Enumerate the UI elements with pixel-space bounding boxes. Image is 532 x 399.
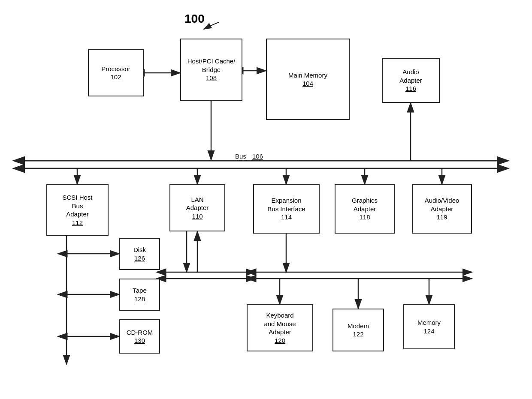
host-pci-box: Host/PCI Cache/ Bridge 108 — [180, 39, 242, 101]
keyboard-mouse-label: Keyboardand MouseAdapter — [264, 311, 296, 336]
scsi-host-num: 112 — [72, 219, 83, 227]
host-pci-num: 108 — [206, 74, 217, 82]
tape-num: 128 — [134, 295, 145, 303]
graphics-adapter-box: GraphicsAdapter 118 — [335, 184, 395, 234]
tape-label: Tape — [133, 286, 147, 295]
diagram-title: 100 — [184, 12, 205, 26]
svg-text:106: 106 — [252, 153, 263, 160]
expansion-bus-box: ExpansionBus Interface 114 — [253, 184, 320, 234]
host-pci-label: Host/PCI Cache/ Bridge — [181, 57, 242, 74]
av-adapter-num: 119 — [436, 213, 447, 222]
modem-num: 122 — [353, 330, 363, 339]
cd-rom-label: CD-ROM — [127, 328, 153, 337]
av-adapter-label: Audio/VideoAdapter — [425, 196, 459, 213]
main-memory-box: Main Memory 104 — [266, 39, 350, 120]
lan-adapter-box: LANAdapter 110 — [169, 184, 225, 231]
disk-box: Disk 126 — [119, 238, 160, 270]
graphics-adapter-num: 118 — [359, 213, 370, 222]
modem-box: Modem 122 — [332, 309, 384, 351]
memory-label: Memory — [417, 318, 441, 327]
main-memory-num: 104 — [302, 79, 313, 88]
audio-adapter-num: 116 — [405, 84, 416, 93]
main-memory-label: Main Memory — [288, 71, 327, 80]
memory-box: Memory 124 — [403, 304, 455, 349]
lan-adapter-label: LANAdapter — [186, 195, 209, 212]
scsi-host-label: SCSI HostBusAdapter — [62, 193, 92, 219]
processor-box: Processor 102 — [88, 49, 144, 96]
expansion-bus-num: 114 — [281, 213, 292, 222]
tape-box: Tape 128 — [119, 279, 160, 311]
scsi-host-box: SCSI HostBusAdapter 112 — [46, 184, 109, 236]
cd-rom-num: 130 — [134, 336, 145, 345]
lan-adapter-num: 110 — [192, 212, 203, 221]
memory-num: 124 — [423, 327, 434, 336]
cd-rom-box: CD-ROM 130 — [119, 319, 160, 354]
av-adapter-box: Audio/VideoAdapter 119 — [412, 184, 472, 234]
disk-num: 126 — [134, 254, 145, 263]
audio-adapter-box: AudioAdapter 116 — [382, 58, 440, 103]
processor-num: 102 — [110, 73, 121, 81]
disk-label: Disk — [133, 246, 146, 254]
modem-label: Modem — [348, 322, 369, 330]
svg-text:Bus: Bus — [235, 153, 246, 160]
keyboard-mouse-box: Keyboardand MouseAdapter 120 — [247, 304, 313, 351]
processor-label: Processor — [101, 65, 130, 73]
keyboard-mouse-num: 120 — [275, 336, 285, 345]
audio-adapter-label: AudioAdapter — [399, 68, 422, 84]
expansion-bus-label: ExpansionBus Interface — [267, 196, 305, 213]
graphics-adapter-label: GraphicsAdapter — [352, 196, 378, 213]
diagram: 100 Bus 106 — [0, 0, 532, 399]
